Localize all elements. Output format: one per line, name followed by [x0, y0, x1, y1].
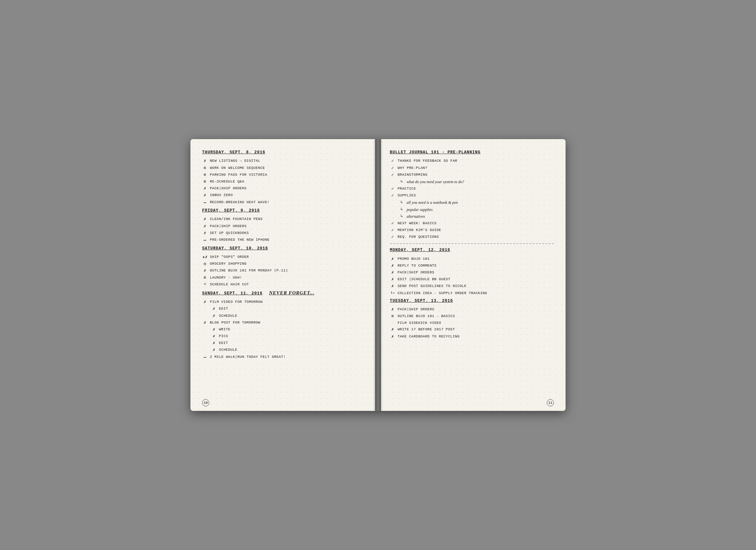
item-label: Clean/Ink Fountain Pens [210, 216, 366, 222]
check-icon: ✓ [390, 172, 396, 178]
arrow-icon: < [202, 282, 208, 287]
list-item: ✗ Schedule [211, 313, 366, 319]
list-item: ↳ all you need is a notebook & pen [399, 199, 554, 206]
item-label: Outline Bujo 101 for Monday (p.11) [210, 268, 366, 273]
x-icon: ✗ [390, 327, 396, 333]
squiggle-icon: ≋ [202, 179, 208, 185]
friday-list: ✗ Clean/Ink Fountain Pens ✗ Pack|Ship Or… [202, 216, 366, 243]
x-icon: ✗ [390, 270, 396, 276]
x-icon: ✗ [390, 256, 396, 262]
list-item: — Pre-Ordered the New iPhone [202, 237, 366, 243]
item-label: Film Sidekick Video [398, 320, 554, 326]
x-icon: ✗ [390, 284, 396, 289]
monday-section: Monday, Sept. 12, 2016 ✗ Promo Bujo 101 … [390, 247, 554, 296]
list-item: — Record-Breaking Heat Wave! [202, 199, 366, 206]
list-item: Film Sidekick Video [390, 320, 554, 326]
item-label: Film Video for Tomorrow [210, 299, 366, 305]
list-item: ✗ Write 17 Before 2017 Post [390, 327, 554, 333]
squiggle-icon: ≋ [390, 314, 396, 319]
list-item: — 2 Mile Walk|Run Today Felt Great! [202, 354, 366, 361]
bujo101-list: ✓ Thanks for Feedback So Far ✓ Why Pre-P… [390, 158, 554, 240]
item-label: Pack|Ship Orders [210, 223, 366, 229]
item-label: Work on Welcome Sequence [210, 165, 366, 171]
x-icon: ✗ [211, 313, 217, 319]
check-icon: ✓ [390, 158, 396, 164]
spine [375, 139, 381, 411]
item-label: Reply to Comments [398, 263, 554, 268]
item-label: Pics [219, 334, 366, 339]
thursday-section: Thursday, Sept. 8, 2016 ✗ New Listings →… [202, 149, 366, 206]
x-icon: ✗ [390, 307, 396, 313]
x-icon: ✗ [202, 223, 208, 229]
check-icon: ✓ [390, 186, 396, 192]
list-item: ✗ Edit [211, 306, 366, 312]
list-item: ★✗ Ship "Oops" Order [202, 254, 366, 260]
star-x-icon: ★✗ [202, 254, 208, 260]
x-icon: ✗ [211, 347, 217, 353]
item-label: Thanks for Feedback So Far [398, 158, 554, 164]
list-item: ✗ Edit |Schedule BB Guest [390, 277, 554, 283]
list-item: ✓ Brainstorming [390, 172, 554, 178]
x-icon: ✗ [390, 277, 396, 283]
x-icon: ✗ [211, 334, 217, 340]
list-item: ✗ Blog Post for Tomorrow [202, 320, 366, 326]
list-item: ≋ Parking Pass for Victoria [202, 172, 366, 178]
item-label: Parking Pass for Victoria [210, 172, 366, 178]
x-icon: ✗ [202, 158, 208, 164]
right-page-number: 11 [547, 399, 554, 406]
list-item: ✗ New Listings → Digital [202, 158, 366, 164]
sub-arrow-icon: ↳ [399, 199, 405, 205]
sub-arrow-icon: ↳ [399, 179, 405, 184]
list-item: ✗ Write [211, 327, 366, 333]
list-item: ≋ Work on Welcome Sequence [202, 165, 366, 171]
friday-section: Friday, Sept. 9, 2016 ✗ Clean/Ink Founta… [202, 208, 366, 243]
tuesday-section: Tuesday, Sept. 13, 2016 ✗ Pack|Ship Orde… [390, 298, 554, 340]
item-label: Blog Post for Tomorrow [210, 320, 366, 326]
list-item: ↳ what do you need your system to do? [399, 179, 554, 185]
list-item: ✗ Pics [211, 334, 366, 340]
tuesday-list: ✗ Pack|Ship Orders ≋ Outline Bujo 101 - … [390, 307, 554, 340]
saturday-section: Saturday, Sept. 10, 2016 ★✗ Ship "Oops" … [202, 245, 366, 287]
item-label: Pre-Ordered the New iPhone [210, 237, 366, 243]
item-label: Set Up Quickbooks [210, 230, 366, 236]
list-item: ✗ Reply to Comments [390, 263, 554, 269]
item-label: Re-Schedule Q&A [210, 179, 366, 184]
x-icon: ✗ [211, 327, 217, 333]
x-icon: ✗ [390, 263, 396, 269]
sunday-title: Sunday, Sept. 11, 2016 Never forget... [202, 289, 366, 297]
friday-title: Friday, Sept. 9, 2016 [202, 208, 366, 214]
item-label: Brainstorming [398, 172, 554, 178]
x-icon: ✗ [202, 299, 208, 305]
right-page: Bullet Journal 101 - Pre-Planning ✓ Than… [378, 139, 566, 411]
x-icon: ✗ [202, 320, 208, 326]
item-label: Req. for Questions [398, 234, 554, 240]
list-item: ✓ Mention Kim's Guide [390, 227, 554, 233]
right-page-content: Bullet Journal 101 - Pre-Planning ✓ Than… [390, 149, 554, 340]
x-icon: ✗ [202, 268, 208, 274]
item-label: Promo Bujo 101 [398, 256, 554, 262]
item-label: Practice [398, 186, 554, 191]
dash-icon: — [202, 199, 208, 206]
saturday-title: Saturday, Sept. 10, 2016 [202, 245, 366, 252]
x-icon: ✗ [211, 340, 217, 346]
saturday-list: ★✗ Ship "Oops" Order ◎ Grocery Shopping … [202, 254, 366, 287]
item-label: what do you need your system to do? [407, 179, 554, 185]
left-page-number: 10 [202, 399, 209, 406]
item-label: New Listings → Digital [210, 158, 366, 164]
item-label: Outline Bujo 101 - Basics [398, 314, 554, 319]
check-icon: ✓ [390, 234, 396, 240]
x-icon: ✗ [202, 216, 208, 222]
item-label: Schedule [219, 347, 366, 353]
list-item: ✗ Set Up Quickbooks [202, 230, 366, 236]
sunday-title-text: Sunday, Sept. 11, 2016 [202, 291, 263, 297]
item-label: Supplies [398, 193, 554, 198]
squiggle-icon: ≋ [202, 165, 208, 171]
list-item: ✗ Schedule [211, 347, 366, 353]
list-item: ✗ Edit [211, 340, 366, 346]
x-icon: ✗ [211, 306, 217, 312]
list-item: ✗ Take Cardboard to Recycling [390, 334, 554, 340]
notebook: Thursday, Sept. 8, 2016 ✗ New Listings →… [190, 139, 566, 411]
list-item: ✗ Pack|Ship Orders [390, 270, 554, 276]
list-item: ✗ Film Video for Tomorrow [202, 299, 366, 305]
circle-icon: ◎ [202, 261, 208, 267]
